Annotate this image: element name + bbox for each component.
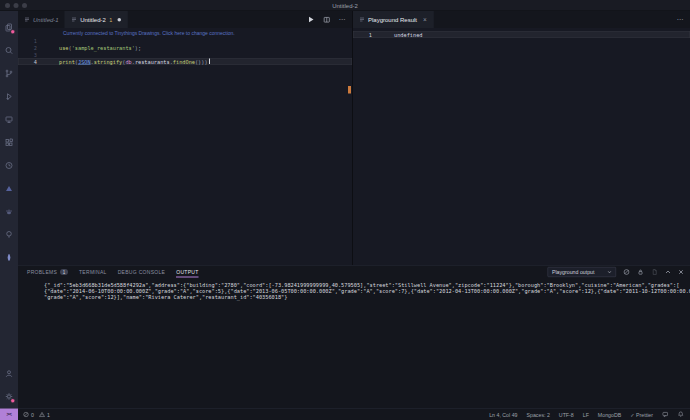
chevron-down-icon <box>608 271 612 274</box>
output-content[interactable]: {"_id":"5eb3d668b31de5d588f4292a","addre… <box>18 279 690 409</box>
playground-file-icon <box>359 17 365 23</box>
status-ln-4-col-49[interactable]: Ln 4, Col 49 <box>489 411 517 417</box>
code-text <box>41 51 59 58</box>
run-debug-icon[interactable] <box>0 85 18 108</box>
feedback-icon[interactable] <box>662 411 669 418</box>
playground-file-icon <box>24 17 30 23</box>
tab-label: Untitled-2 <box>80 16 106 23</box>
text-cursor <box>209 59 210 65</box>
code-text <box>41 37 59 44</box>
close-panel-icon[interactable] <box>678 269 684 275</box>
line-number: 1 <box>18 37 41 44</box>
line-number: 2 <box>18 44 41 51</box>
result-text: undefined <box>376 31 422 38</box>
open-log-file-icon[interactable] <box>651 269 658 276</box>
result-line-1[interactable]: 1undefined <box>353 31 690 38</box>
more-actions-icon[interactable]: ⋯ <box>677 16 685 24</box>
lock-autoscroll-icon[interactable] <box>637 269 644 276</box>
modified-dot-icon[interactable] <box>117 18 121 22</box>
connection-codelens[interactable]: Currently connected to Tinythings Drawin… <box>18 30 352 37</box>
panel-tab-label: DEBUG CONSOLE <box>118 269 166 275</box>
right-tab-bar: Playground Result × ⋯ <box>353 11 690 28</box>
tab-untitled-2[interactable]: Untitled-21 <box>65 11 127 28</box>
editor-group-result: Playground Result × ⋯ 1undefined <box>353 11 690 265</box>
account-icon[interactable] <box>0 362 18 385</box>
explorer-icon[interactable] <box>0 16 18 39</box>
status-utf-8[interactable]: UTF-8 <box>559 411 574 417</box>
panel-tab-label: TERMINAL <box>79 269 107 275</box>
problems-status[interactable]: 0 1 <box>18 411 53 417</box>
line-number: 1 <box>353 31 376 38</box>
settings-gear-icon[interactable] <box>0 385 18 408</box>
paw-extension-icon[interactable] <box>0 200 18 223</box>
code-line-3[interactable]: 3 <box>18 51 352 58</box>
code-text: use('sample_restaurants'); <box>41 44 141 51</box>
window-title: Untitled-2 <box>0 2 690 9</box>
status-mongodb[interactable]: MongoDB <box>598 411 621 417</box>
line-number: 4 <box>18 58 41 65</box>
problems-count-badge: 1 <box>60 269 68 275</box>
panel-tab-problems[interactable]: PROBLEMS1 <box>27 266 68 279</box>
panel-tab-label: PROBLEMS <box>27 269 57 275</box>
errors-icon <box>23 411 29 417</box>
tab-untitled-1[interactable]: Untitled-1 <box>18 11 65 28</box>
remote-explorer-icon[interactable] <box>0 108 18 131</box>
panel-tab-label: OUTPUT <box>176 269 198 275</box>
triangle-extension-icon[interactable] <box>0 177 18 200</box>
output-channel-value: Playground output <box>552 269 595 275</box>
explorer-badge <box>11 30 16 35</box>
editor-group-playground: Untitled-1Untitled-21 ⋯ <box>18 11 353 265</box>
left-tab-bar: Untitled-1Untitled-21 ⋯ <box>18 11 352 28</box>
output-line-1: {"_id":"5eb3d668b31de5d588f4292a","addre… <box>44 282 690 288</box>
code-line-1[interactable]: 1 <box>18 37 352 44</box>
bottom-panel: PROBLEMS1TERMINALDEBUG CONSOLEOUTPUT Pla… <box>18 265 690 408</box>
title-bar: Untitled-2 <box>0 0 690 11</box>
status-lf[interactable]: LF <box>583 411 589 417</box>
panel-tab-terminal[interactable]: TERMINAL <box>79 266 107 279</box>
extensions-icon[interactable] <box>0 131 18 154</box>
search-icon[interactable] <box>0 39 18 62</box>
remote-indicator[interactable]: >< <box>0 409 18 420</box>
output-line-3: "grade":"A","score":12}],"name":"Riviera… <box>44 294 690 300</box>
close-tab-icon[interactable]: × <box>423 16 427 23</box>
tab-playground-result[interactable]: Playground Result × <box>353 11 433 28</box>
code-line-4[interactable]: 4print(JSON.stringify(db.restaurants.fin… <box>18 58 352 65</box>
error-count: 0 <box>31 411 34 417</box>
balloon-extension-icon[interactable] <box>0 223 18 246</box>
output-channel-select[interactable]: Playground output <box>547 267 616 277</box>
line-number: 3 <box>18 51 41 58</box>
code-text: print(JSON.stringify(db.restaurants.find… <box>41 58 210 65</box>
more-actions-icon[interactable]: ⋯ <box>339 16 347 24</box>
panel-header: PROBLEMS1TERMINALDEBUG CONSOLEOUTPUT Pla… <box>18 266 690 279</box>
status-spaces-2[interactable]: Spaces: 2 <box>527 411 550 417</box>
playground-file-icon <box>71 17 77 23</box>
split-editor-icon[interactable] <box>323 16 331 24</box>
status-bar: >< 0 1 Ln 4, Col 49Spaces: 2UTF-8LFMongo… <box>0 408 690 420</box>
source-control-icon[interactable] <box>0 62 18 85</box>
mongodb-leaf-icon[interactable] <box>0 246 18 269</box>
overview-ruler-warning-mark <box>348 86 351 94</box>
settings-badge <box>11 399 16 404</box>
activity-bar <box>0 11 18 408</box>
run-playground-button[interactable] <box>307 16 315 24</box>
tab-label: Playground Result <box>368 16 417 23</box>
tab-label: Untitled-1 <box>33 16 59 23</box>
editor-area: Untitled-1Untitled-21 ⋯ <box>18 11 690 265</box>
status-prettier[interactable]: ✓ Prettier <box>630 411 653 417</box>
clear-output-icon[interactable] <box>623 269 630 276</box>
clock-extension-icon[interactable] <box>0 154 18 177</box>
warnings-icon <box>39 411 45 417</box>
result-editor[interactable]: 1undefined <box>353 28 690 265</box>
code-line-2[interactable]: 2use('sample_restaurants'); <box>18 44 352 51</box>
maximize-panel-icon[interactable] <box>665 269 671 275</box>
notifications-bell-icon[interactable] <box>678 411 685 418</box>
panel-tab-debug-console[interactable]: DEBUG CONSOLE <box>118 266 166 279</box>
warning-count: 1 <box>47 411 50 417</box>
tab-problems-badge: 1 <box>109 17 112 23</box>
playground-editor[interactable]: Currently connected to Tinythings Drawin… <box>18 28 352 265</box>
vscode-window: Untitled-2 <box>0 0 690 420</box>
panel-tab-output[interactable]: OUTPUT <box>176 266 198 279</box>
